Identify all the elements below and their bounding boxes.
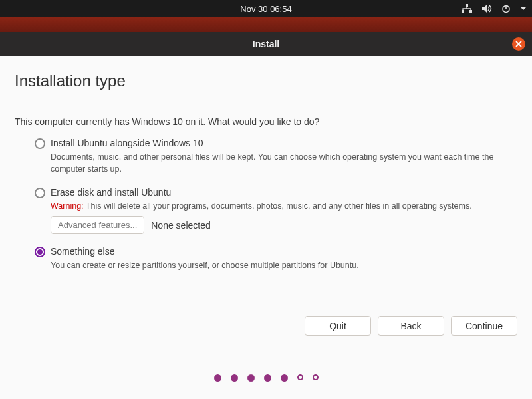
progress-dot [313,374,319,380]
network-icon[interactable] [462,4,472,13]
volume-icon[interactable] [481,4,492,13]
chevron-down-icon[interactable] [520,6,527,11]
footer-buttons: Quit Back Continue [305,316,517,336]
option-label[interactable]: Install Ubuntu alongside Windows 10 [51,138,203,148]
power-icon[interactable] [501,4,511,13]
option-alongside: Install Ubuntu alongside Windows 10 Docu… [35,138,517,175]
option-label[interactable]: Something else [51,246,115,257]
quit-button[interactable]: Quit [305,316,371,336]
close-button[interactable] [512,37,525,51]
advanced-features-button[interactable]: Advanced features... [51,216,144,234]
option-description: Warning: This will delete all your progr… [35,200,513,212]
system-topbar: Nov 30 06:54 [0,0,532,17]
clock[interactable]: Nov 30 06:54 [240,4,291,14]
intro-text: This computer currently has Windows 10 o… [15,116,517,127]
option-something-else: Something else You can create or resize … [35,246,517,271]
radio-something-else[interactable] [35,247,45,257]
svg-rect-0 [466,4,468,7]
svg-rect-2 [469,10,472,13]
svg-rect-1 [462,10,464,13]
accent-strip [0,17,532,32]
progress-dot [231,374,238,382]
page-title: Installation type [15,72,517,90]
warning-label: Warning: [51,201,84,211]
progress-dot [297,374,303,380]
continue-button[interactable]: Continue [451,316,517,336]
option-erase: Erase disk and install Ubuntu Warning: T… [35,187,517,234]
option-description: Documents, music, and other personal fil… [35,151,513,175]
window-title: Install [253,39,279,49]
options-group: Install Ubuntu alongside Windows 10 Docu… [15,138,517,272]
window-titlebar: Install [0,32,532,56]
content-area: Installation type This computer currentl… [0,56,532,291]
advanced-features-status: None selected [151,220,211,231]
progress-indicator [0,374,532,382]
progress-dot [281,374,288,382]
progress-dot [247,374,255,382]
progress-dot [214,374,221,382]
radio-erase[interactable] [35,188,45,198]
option-label[interactable]: Erase disk and install Ubuntu [51,187,171,198]
back-button[interactable]: Back [378,316,444,336]
option-description: You can create or resize partitions your… [35,259,513,271]
radio-alongside[interactable] [35,138,45,149]
progress-dot [264,374,271,382]
warning-text: This will delete all your programs, docu… [86,201,472,211]
divider [15,104,517,104]
